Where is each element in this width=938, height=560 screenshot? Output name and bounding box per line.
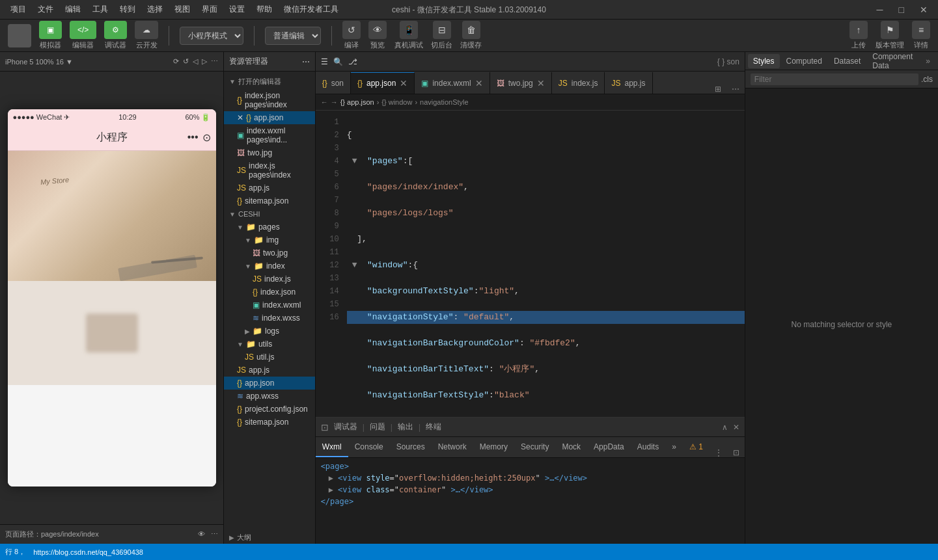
editor-tool[interactable]: </> 编辑器 <box>70 21 96 50</box>
elem-page[interactable]: <page> <box>318 460 742 472</box>
tree-index-wxml[interactable]: ▣ index.wxml <box>224 299 315 312</box>
compile-tool[interactable]: ↺ 编译 <box>342 21 361 50</box>
menu-toggle-icon[interactable]: ☰ <box>321 57 328 66</box>
open-files-section[interactable]: ▼ 打开的编辑器 <box>224 74 315 89</box>
search-icon[interactable]: 🔍 <box>333 57 343 66</box>
devtools-tab-audits[interactable]: Audits <box>631 438 665 457</box>
open-file-index-js[interactable]: JS index.js pages\index <box>224 159 315 181</box>
real-device-button[interactable]: 📱 <box>400 21 418 39</box>
menu-item-edit[interactable]: 编辑 <box>60 3 86 16</box>
menu-item-project[interactable]: 项目 <box>5 3 31 16</box>
close-button[interactable]: ✕ <box>915 3 933 16</box>
open-file-sitemap[interactable]: {} sitemap.json <box>224 194 315 207</box>
tree-index-wxss[interactable]: ≋ index.wxss <box>224 312 315 325</box>
tab-index-js[interactable]: JS index.js <box>552 72 605 94</box>
more-tabs-icon[interactable]: ⋯ <box>726 85 745 94</box>
devtools-tab-wxml[interactable]: Wxml <box>316 438 348 457</box>
close-icon[interactable]: ✕ <box>237 113 243 122</box>
menu-item-select[interactable]: 选择 <box>142 3 168 16</box>
tree-index-js[interactable]: JS index.js <box>224 273 315 286</box>
issues-label[interactable]: 问题 <box>370 421 385 433</box>
detail-tool[interactable]: ≡ 详情 <box>912 21 930 50</box>
menu-item-interface[interactable]: 界面 <box>197 3 223 16</box>
devtools-dock-icon[interactable]: ⊡ <box>728 448 745 457</box>
tree-index-json[interactable]: {} index.json <box>224 286 315 299</box>
cloud-button[interactable]: ☁ <box>135 21 158 39</box>
open-file-app-json[interactable]: ✕ {} app.json <box>224 111 315 124</box>
menu-item-help[interactable]: 帮助 <box>251 3 277 16</box>
tab-close-icon[interactable]: ✕ <box>400 78 407 88</box>
nav-forward-icon[interactable]: → <box>331 98 338 106</box>
inspect-icon[interactable]: ⊡ <box>321 422 329 433</box>
elem-page-close[interactable]: </page> <box>318 496 742 507</box>
tree-index-folder[interactable]: ▼ 📁 index <box>224 260 315 273</box>
clean-tool[interactable]: 🗑 清缓存 <box>460 21 482 50</box>
phone-camera-icon[interactable]: ⊙ <box>202 131 211 144</box>
tab-two-jpg[interactable]: 🖼 two.jpg ✕ <box>490 72 552 94</box>
simulator-tool[interactable]: ▣ 模拟器 <box>39 21 62 50</box>
back-icon[interactable]: ◁ <box>193 57 198 66</box>
menu-item-view[interactable]: 视图 <box>169 3 195 16</box>
refresh-icon[interactable]: ↺ <box>183 57 189 66</box>
tab-son[interactable]: {} son <box>316 72 351 94</box>
cut-tool[interactable]: ⊟ 切后台 <box>431 21 452 50</box>
elem-view-2[interactable]: ▶ <view class="container" >…</view> <box>318 484 742 496</box>
tree-util-js[interactable]: JS util.js <box>224 351 315 364</box>
compile-button[interactable]: ↺ <box>342 21 361 39</box>
tab-close-icon[interactable]: ✕ <box>475 78 483 88</box>
tab-app-json[interactable]: {} app.json ✕ <box>351 72 415 94</box>
devtools-tab-memory[interactable]: Memory <box>473 438 514 457</box>
open-file-app-js[interactable]: JS app.js <box>224 181 315 194</box>
nav-back-icon[interactable]: ← <box>321 98 328 106</box>
devtools-tab-network[interactable]: Network <box>432 438 473 457</box>
menu-item-file[interactable]: 文件 <box>33 3 59 16</box>
maximize-button[interactable]: □ <box>894 3 909 16</box>
tab-index-wxml[interactable]: ▣ index.wxml ✕ <box>415 72 490 94</box>
detail-button[interactable]: ≡ <box>912 21 930 39</box>
phone-more-icon[interactable]: ••• <box>187 131 199 144</box>
eye-icon[interactable]: 👁 <box>198 530 205 538</box>
simulator-button[interactable]: ▣ <box>39 21 62 39</box>
outline-section[interactable]: ▶ 大纲 <box>224 530 315 545</box>
tree-pages-folder[interactable]: ▼ 📁 pages <box>224 220 315 233</box>
open-file-two-jpg[interactable]: 🖼 two.jpg <box>224 146 315 159</box>
menu-item-wechat[interactable]: 微信开发者工具 <box>279 3 344 16</box>
close-devtools-icon[interactable]: ✕ <box>733 423 739 432</box>
tree-logs-folder[interactable]: ▶ 📁 logs <box>224 325 315 338</box>
expand-icon[interactable]: ∧ <box>722 423 728 432</box>
output-label[interactable]: 输出 <box>398 421 413 433</box>
minimize-button[interactable]: ─ <box>872 3 889 16</box>
devtools-tab-sources[interactable]: Sources <box>390 438 432 457</box>
preview-button[interactable]: 👁 <box>368 21 387 39</box>
clean-button[interactable]: 🗑 <box>462 21 480 39</box>
forward-icon[interactable]: ▷ <box>202 57 207 66</box>
styles-tab-computed[interactable]: Computed <box>781 54 827 68</box>
tree-utils-folder[interactable]: ▼ 📁 utils <box>224 338 315 351</box>
project-section[interactable]: ▼ CESHI <box>224 207 315 220</box>
open-file-index-json[interactable]: {} index.json pages\index <box>224 89 315 111</box>
real-device-tool[interactable]: 📱 真机调试 <box>394 21 423 50</box>
tree-img-folder[interactable]: ▼ 📁 img <box>224 233 315 247</box>
tab-app-js[interactable]: JS app.js <box>605 72 652 94</box>
tab-close-icon[interactable]: ✕ <box>537 78 545 88</box>
preview-tool[interactable]: 👁 预览 <box>368 21 387 50</box>
devtools-tab-more[interactable]: » <box>665 438 683 457</box>
mode-select[interactable]: 小程序模式 <box>180 27 243 45</box>
styles-tab-dataset[interactable]: Dataset <box>829 54 866 68</box>
tree-app-wxss[interactable]: ≋ app.wxss <box>224 390 315 403</box>
cls-label[interactable]: .cls <box>921 75 933 84</box>
styles-tab-component-data[interactable]: Component Data <box>867 49 918 73</box>
tree-sitemap-json[interactable]: {} sitemap.json <box>224 416 315 429</box>
menu-item-goto[interactable]: 转到 <box>115 3 141 16</box>
upload-tool[interactable]: ↑ 上传 <box>849 21 868 50</box>
cloud-tool[interactable]: ☁ 云开发 <box>135 21 158 50</box>
menu-item-settings[interactable]: 设置 <box>224 3 250 16</box>
devtools-tab-settings-icon[interactable]: ⋮ <box>710 448 728 457</box>
file-panel-icon[interactable]: ⋯ <box>302 57 310 66</box>
styles-tab-styles[interactable]: Styles <box>748 54 780 68</box>
code-editor[interactable]: 12345 678910 1112131415 16 { ▼ "pages":[… <box>316 111 745 417</box>
upload-button[interactable]: ↑ <box>849 21 868 39</box>
editor-button[interactable]: </> <box>70 21 96 39</box>
more-options-icon[interactable]: ⋯ <box>211 530 218 538</box>
rotate-icon[interactable]: ⟳ <box>173 57 179 66</box>
